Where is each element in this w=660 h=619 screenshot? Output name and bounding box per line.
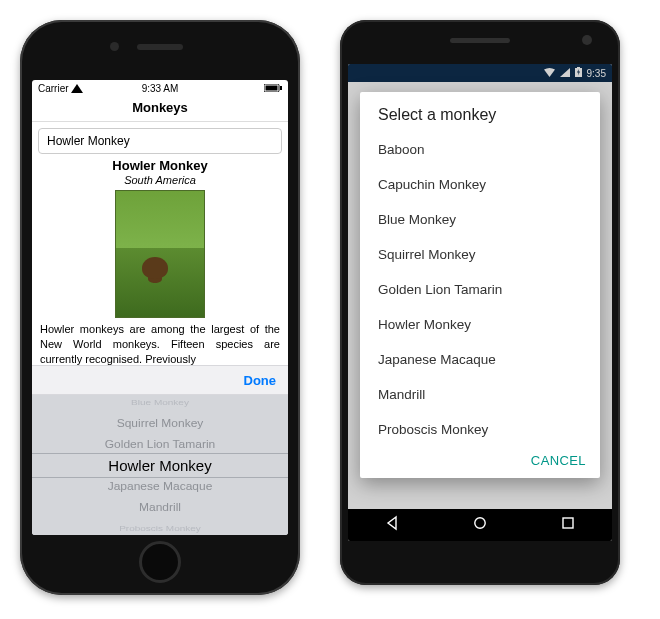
svg-rect-6	[563, 518, 573, 528]
earpiece-icon	[450, 38, 510, 43]
dialog-option[interactable]: Blue Monkey	[360, 202, 600, 237]
android-nav-bar	[348, 509, 612, 541]
picker-wheel[interactable]: Blue Monkey Squirrel Monkey Golden Lion …	[32, 395, 288, 535]
monkey-picker-field[interactable]: Howler Monkey	[38, 128, 282, 154]
back-button[interactable]	[384, 515, 400, 535]
monkey-name: Howler Monkey	[32, 158, 288, 173]
dialog-option[interactable]: Baboon	[360, 132, 600, 167]
dialog-title: Select a monkey	[360, 106, 600, 132]
picker-toolbar: Done	[32, 365, 288, 395]
monkey-detail: Howler Monkey South America	[32, 158, 288, 318]
picker-overlay: Done Blue Monkey Squirrel Monkey Golden …	[32, 365, 288, 535]
dialog-option[interactable]: Proboscis Monkey	[360, 412, 600, 447]
home-button[interactable]	[472, 515, 488, 535]
android-screen: 9:35 Select a monkey Baboon Capuchin Mon…	[348, 64, 612, 541]
cancel-button[interactable]: CANCEL	[531, 453, 586, 468]
ios-screen: Carrier 9:33 AM Monkeys Howler Monkey Ho…	[32, 80, 288, 535]
dialog-option[interactable]: Capuchin Monkey	[360, 167, 600, 202]
picker-option[interactable]: Japanese Macaque	[108, 476, 213, 496]
status-time: 9:33 AM	[32, 83, 288, 94]
picker-option[interactable]: Mandrill	[139, 497, 181, 517]
recents-button[interactable]	[560, 515, 576, 535]
monkey-image	[115, 190, 205, 318]
picker-option[interactable]: Proboscis Monkey	[119, 520, 201, 535]
done-button[interactable]: Done	[244, 373, 277, 388]
picker-option[interactable]: Blue Monkey	[131, 395, 189, 410]
dialog-option[interactable]: Mandrill	[360, 377, 600, 412]
svg-point-5	[475, 518, 485, 528]
dialog-option[interactable]: Howler Monkey	[360, 307, 600, 342]
picker-option-selected[interactable]: Howler Monkey	[108, 455, 211, 476]
iphone-device-frame: Carrier 9:33 AM Monkeys Howler Monkey Ho…	[20, 20, 300, 595]
picker-option[interactable]: Golden Lion Tamarin	[105, 434, 216, 454]
page-title: Monkeys	[32, 96, 288, 122]
ios-status-bar: Carrier 9:33 AM	[32, 80, 288, 96]
picker-option[interactable]: Squirrel Monkey	[117, 413, 204, 433]
monkey-location: South America	[32, 174, 288, 186]
dialog-option[interactable]: Golden Lion Tamarin	[360, 272, 600, 307]
front-camera-icon	[582, 35, 592, 45]
front-camera-icon	[110, 42, 119, 51]
earpiece-icon	[137, 44, 183, 50]
home-button[interactable]	[139, 541, 181, 583]
dialog-option[interactable]: Squirrel Monkey	[360, 237, 600, 272]
dialog-option[interactable]: Japanese Macaque	[360, 342, 600, 377]
android-device-frame: 9:35 Select a monkey Baboon Capuchin Mon…	[340, 20, 620, 585]
monkey-description: Howler monkeys are among the largest of …	[32, 320, 288, 369]
select-monkey-dialog: Select a monkey Baboon Capuchin Monkey B…	[360, 92, 600, 478]
